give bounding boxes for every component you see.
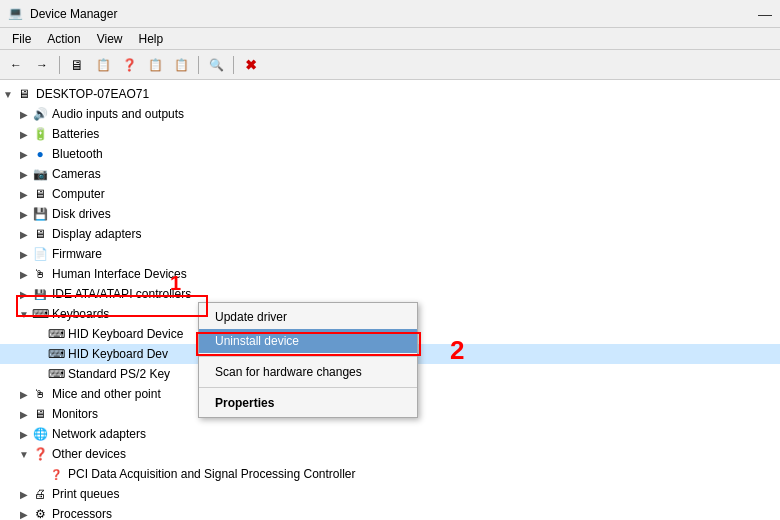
- ps2-label: Standard PS/2 Key: [68, 367, 170, 381]
- tree-item-other[interactable]: ▼ ❓ Other devices: [0, 444, 780, 464]
- root-toggle[interactable]: ▼: [0, 86, 16, 102]
- menu-help[interactable]: Help: [131, 30, 172, 48]
- computer-toggle[interactable]: ▶: [16, 186, 32, 202]
- bluetooth-label: Bluetooth: [52, 147, 103, 161]
- device-tree[interactable]: ▼ 🖥 DESKTOP-07EAO71 ▶ 🔊 Audio inputs and…: [0, 80, 780, 520]
- context-properties[interactable]: Properties: [199, 391, 417, 415]
- ide-icon: 💾: [32, 286, 48, 302]
- properties-button[interactable]: 📋: [143, 54, 167, 76]
- disk-icon: 💾: [32, 206, 48, 222]
- tree-item-batteries[interactable]: ▶ 🔋 Batteries: [0, 124, 780, 144]
- audio-icon: 🔊: [32, 106, 48, 122]
- tree-item-display[interactable]: ▶ 🖥 Display adapters: [0, 224, 780, 244]
- title-bar: 💻 Device Manager —: [0, 0, 780, 28]
- hid-kbd2-toggle: [32, 346, 48, 362]
- toolbar-sep-3: [233, 56, 234, 74]
- hid-icon: 🖱: [32, 266, 48, 282]
- cameras-toggle[interactable]: ▶: [16, 166, 32, 182]
- firmware-toggle[interactable]: ▶: [16, 246, 32, 262]
- computer-button[interactable]: 🖥: [65, 54, 89, 76]
- back-button[interactable]: ←: [4, 54, 28, 76]
- pci-label: PCI Data Acquisition and Signal Processi…: [68, 467, 355, 481]
- app-icon: 💻: [8, 6, 24, 22]
- processors-label: Processors: [52, 507, 112, 520]
- disk-toggle[interactable]: ▶: [16, 206, 32, 222]
- ide-toggle[interactable]: ▶: [16, 286, 32, 302]
- bluetooth-toggle[interactable]: ▶: [16, 146, 32, 162]
- cameras-label: Cameras: [52, 167, 101, 181]
- print-toggle[interactable]: ▶: [16, 486, 32, 502]
- tree-item-cameras[interactable]: ▶ 📷 Cameras: [0, 164, 780, 184]
- hid-kbd1-toggle: [32, 326, 48, 342]
- help-button[interactable]: ❓: [117, 54, 141, 76]
- hid-kbd2-icon: ⌨: [48, 346, 64, 362]
- hid-kbd1-icon: ⌨: [48, 326, 64, 342]
- monitors-icon: 🖥: [32, 406, 48, 422]
- cameras-icon: 📷: [32, 166, 48, 182]
- tree-item-firmware[interactable]: ▶ 📄 Firmware: [0, 244, 780, 264]
- batteries-icon: 🔋: [32, 126, 48, 142]
- tree-item-audio[interactable]: ▶ 🔊 Audio inputs and outputs: [0, 104, 780, 124]
- hid-toggle[interactable]: ▶: [16, 266, 32, 282]
- tree-item-processors[interactable]: ▶ ⚙ Processors: [0, 504, 780, 520]
- list-button[interactable]: 📋: [91, 54, 115, 76]
- menu-view[interactable]: View: [89, 30, 131, 48]
- menu-file[interactable]: File: [4, 30, 39, 48]
- tree-item-ide[interactable]: ▶ 💾 IDE ATA/ATAPI controllers: [0, 284, 780, 304]
- tree-item-hid[interactable]: ▶ 🖱 Human Interface Devices: [0, 264, 780, 284]
- disk-label: Disk drives: [52, 207, 111, 221]
- firmware-icon: 📄: [32, 246, 48, 262]
- mice-icon: 🖱: [32, 386, 48, 402]
- processors-toggle[interactable]: ▶: [16, 506, 32, 520]
- hid-kbd1-label: HID Keyboard Device: [68, 327, 183, 341]
- context-menu: Update driver Uninstall device Scan for …: [198, 302, 418, 418]
- main-area: ▼ 🖥 DESKTOP-07EAO71 ▶ 🔊 Audio inputs and…: [0, 80, 780, 520]
- menu-action[interactable]: Action: [39, 30, 88, 48]
- minimize-button[interactable]: —: [758, 6, 772, 22]
- batteries-label: Batteries: [52, 127, 99, 141]
- ps2-icon: ⌨: [48, 366, 64, 382]
- context-sep-1: [199, 356, 417, 357]
- tree-item-computer[interactable]: ▶ 🖥 Computer: [0, 184, 780, 204]
- mice-toggle[interactable]: ▶: [16, 386, 32, 402]
- tree-item-print[interactable]: ▶ 🖨 Print queues: [0, 484, 780, 504]
- toolbar: ← → 🖥 📋 ❓ 📋 📋 🔍 ✖: [0, 50, 780, 80]
- hid-kbd2-label: HID Keyboard Dev: [68, 347, 168, 361]
- tree-item-pci[interactable]: ❓ PCI Data Acquisition and Signal Proces…: [0, 464, 780, 484]
- bluetooth-icon: ●: [32, 146, 48, 162]
- toolbar-sep-2: [198, 56, 199, 74]
- root-label: DESKTOP-07EAO71: [36, 87, 149, 101]
- context-uninstall-device[interactable]: Uninstall device: [199, 329, 417, 353]
- other-toggle[interactable]: ▼: [16, 446, 32, 462]
- audio-toggle[interactable]: ▶: [16, 106, 32, 122]
- monitors-toggle[interactable]: ▶: [16, 406, 32, 422]
- computer-label: Computer: [52, 187, 105, 201]
- other-icon: ❓: [32, 446, 48, 462]
- context-sep-2: [199, 387, 417, 388]
- root-icon: 🖥: [16, 86, 32, 102]
- forward-button[interactable]: →: [30, 54, 54, 76]
- delete-button[interactable]: ✖: [239, 54, 263, 76]
- tree-item-disk[interactable]: ▶ 💾 Disk drives: [0, 204, 780, 224]
- context-scan-hardware[interactable]: Scan for hardware changes: [199, 360, 417, 384]
- print-label: Print queues: [52, 487, 119, 501]
- keyboards-icon: ⌨: [32, 306, 48, 322]
- keyboards-label: Keyboards: [52, 307, 109, 321]
- search-button[interactable]: 🔍: [204, 54, 228, 76]
- print-icon: 🖨: [32, 486, 48, 502]
- monitors-label: Monitors: [52, 407, 98, 421]
- audio-label: Audio inputs and outputs: [52, 107, 184, 121]
- processors-icon: ⚙: [32, 506, 48, 520]
- network-toggle[interactable]: ▶: [16, 426, 32, 442]
- keyboards-toggle[interactable]: ▼: [16, 306, 32, 322]
- pci-toggle: [32, 466, 48, 482]
- tree-item-network[interactable]: ▶ 🌐 Network adapters: [0, 424, 780, 444]
- display-toggle[interactable]: ▶: [16, 226, 32, 242]
- batteries-toggle[interactable]: ▶: [16, 126, 32, 142]
- tree-item-bluetooth[interactable]: ▶ ● Bluetooth: [0, 144, 780, 164]
- context-update-driver[interactable]: Update driver: [199, 305, 417, 329]
- network-label: Network adapters: [52, 427, 146, 441]
- update-button[interactable]: 📋: [169, 54, 193, 76]
- display-icon: 🖥: [32, 226, 48, 242]
- tree-root[interactable]: ▼ 🖥 DESKTOP-07EAO71: [0, 84, 780, 104]
